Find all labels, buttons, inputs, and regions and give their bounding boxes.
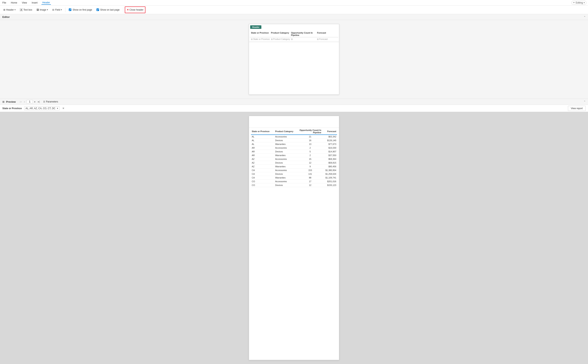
chevron-down-icon: ▾ bbox=[14, 9, 15, 11]
page-number-input[interactable]: 1 bbox=[27, 100, 33, 104]
show-first-page-label: Show on first page bbox=[73, 8, 92, 11]
table-cell: Devices bbox=[274, 183, 298, 187]
table-cell: $155,123 bbox=[322, 183, 337, 187]
table-row: AZAccessories15$58,364 bbox=[251, 157, 337, 161]
table-cell: AR bbox=[251, 150, 274, 154]
table-cell: AZ bbox=[251, 157, 274, 161]
table-row: ARDevices5$14,907 bbox=[251, 150, 337, 154]
preview-report-header bbox=[249, 116, 339, 128]
menu-home[interactable]: Home bbox=[10, 1, 18, 5]
table-cell: Devices bbox=[274, 150, 298, 154]
preview-expand-icon[interactable]: ⌃ bbox=[584, 100, 586, 103]
table-cell: $37,550 bbox=[322, 154, 337, 157]
table-cell: $14,907 bbox=[322, 150, 337, 154]
table-cell: 17 bbox=[298, 180, 322, 183]
close-header-label: Close header bbox=[129, 8, 143, 11]
col-state: State or Province bbox=[251, 32, 271, 36]
image-button[interactable]: 🖼 Image ▾ bbox=[35, 6, 50, 13]
row-state-placeholder: ⊟ State or Province bbox=[251, 38, 271, 40]
menu-view[interactable]: View bbox=[21, 1, 28, 5]
chevron-down-icon: ▾ bbox=[61, 9, 62, 11]
prev-page-nav-button[interactable]: ◂ bbox=[23, 100, 26, 104]
table-cell: $58,364 bbox=[322, 157, 337, 161]
menu-file[interactable]: File bbox=[2, 1, 7, 5]
next-page-nav-button[interactable]: ▸ bbox=[33, 100, 36, 104]
th-state: State or Province bbox=[251, 128, 274, 135]
table-cell: 12 bbox=[298, 183, 322, 187]
show-last-page-toggle[interactable]: Show on last page bbox=[95, 6, 121, 13]
row-opp-placeholder: ⊟ bbox=[291, 38, 317, 40]
show-first-page-checkbox[interactable] bbox=[69, 8, 71, 11]
header-area[interactable]: Header State or Province Product Categor… bbox=[249, 24, 339, 42]
table-header-row: State or Province Product Category Oppor… bbox=[251, 128, 337, 135]
field-icon-forecast: ⊟ bbox=[317, 38, 319, 40]
preview-canvas: State or Province Product Category Oppor… bbox=[0, 112, 588, 364]
table-cell: 16 bbox=[298, 139, 322, 142]
editor-bar: Editor ⌃ bbox=[0, 14, 588, 20]
table-row: AZDevices12$58,815 bbox=[251, 161, 337, 165]
image-label: Image bbox=[40, 8, 46, 11]
editor-canvas: Header State or Province Product Categor… bbox=[0, 20, 588, 98]
show-last-page-checkbox[interactable] bbox=[96, 8, 99, 11]
header-label: Header bbox=[6, 8, 14, 11]
table-row: ALAccessories21$63,342 bbox=[251, 135, 337, 139]
image-icon: 🖼 bbox=[37, 8, 39, 11]
table-cell: $201,016 bbox=[322, 180, 337, 183]
preview-icon: ⊞ bbox=[2, 100, 5, 103]
field-button[interactable]: ⊟ Field ▾ bbox=[51, 6, 64, 13]
textbox-label: Text box bbox=[23, 8, 32, 11]
table-cell: Devices bbox=[274, 172, 298, 176]
first-page-nav-button[interactable]: |◂ bbox=[19, 100, 22, 104]
editor-table-header: State or Province Product Category Oppor… bbox=[250, 31, 338, 37]
menu-insert[interactable]: Insert bbox=[31, 1, 38, 5]
chevron-down-icon: ▾ bbox=[57, 107, 58, 109]
ribbon-separator-1 bbox=[65, 7, 66, 12]
param-value-dropdown[interactable]: AL, AR, AZ, CA, CO, CT, DC ▾ bbox=[24, 106, 60, 110]
view-report-button[interactable]: View report bbox=[568, 106, 586, 111]
table-cell: Warranties bbox=[274, 176, 298, 180]
report-body bbox=[249, 42, 339, 58]
parameters-button[interactable]: ⊻ Parameters bbox=[42, 100, 59, 104]
table-row: AZWarranties9$90,456 bbox=[251, 165, 337, 169]
expand-icon[interactable]: ⌃ bbox=[584, 16, 586, 19]
table-cell: Accessories bbox=[274, 157, 298, 161]
editing-badge[interactable]: ✏ Editing ▾ bbox=[571, 1, 586, 5]
table-cell: AZ bbox=[251, 161, 274, 165]
table-cell: CO bbox=[251, 180, 274, 183]
table-cell: 131 bbox=[298, 172, 322, 176]
editing-label: Editing bbox=[576, 1, 583, 4]
table-cell: Warranties bbox=[274, 142, 298, 146]
table-cell: $1,380,954 bbox=[322, 169, 337, 172]
table-cell: 12 bbox=[298, 161, 322, 165]
field-icon-state: ⊟ bbox=[251, 38, 253, 40]
menu-bar: File Home View Insert Header ✏ Editing ▾ bbox=[0, 0, 588, 6]
col-product: Product Category bbox=[271, 32, 291, 36]
header-button[interactable]: ⊞ Header ▾ bbox=[2, 6, 17, 13]
last-page-nav-button[interactable]: ▸| bbox=[37, 100, 40, 104]
parameters-label: Parameters bbox=[46, 100, 58, 103]
table-cell: AL bbox=[251, 142, 274, 146]
menu-header[interactable]: Header bbox=[41, 1, 51, 5]
table-cell: $58,815 bbox=[322, 161, 337, 165]
table-row: CAWarranties88$1,109,741 bbox=[251, 176, 337, 180]
table-cell: 15 bbox=[298, 157, 322, 161]
table-row: ARAccessories2$16,030 bbox=[251, 146, 337, 150]
textbox-button[interactable]: A Text box bbox=[18, 6, 34, 13]
filter-icon: ⊻ bbox=[43, 100, 45, 103]
table-cell: AL bbox=[251, 135, 274, 139]
preview-tbody: ALAccessories21$63,342ALDevices16$126,14… bbox=[251, 135, 337, 187]
table-cell: 9 bbox=[298, 165, 322, 169]
table-cell: 2 bbox=[298, 154, 322, 157]
show-first-page-toggle[interactable]: Show on first page bbox=[67, 6, 94, 13]
table-cell: $90,456 bbox=[322, 165, 337, 169]
header-label-btn[interactable]: Header bbox=[250, 25, 261, 29]
close-header-button[interactable]: ✕ Close header bbox=[125, 6, 145, 13]
table-cell: 21 bbox=[298, 135, 322, 139]
preview-nav: |◂ ◂ 1 ▸ ▸| bbox=[19, 100, 40, 104]
th-forecast: Forecast bbox=[322, 128, 337, 135]
param-clear-button[interactable]: ✕ bbox=[62, 107, 65, 110]
param-label: State or Province bbox=[2, 107, 22, 110]
table-cell: $16,030 bbox=[322, 146, 337, 150]
report-page: Header State or Province Product Categor… bbox=[249, 24, 339, 95]
header-icon: ⊞ bbox=[3, 8, 5, 11]
